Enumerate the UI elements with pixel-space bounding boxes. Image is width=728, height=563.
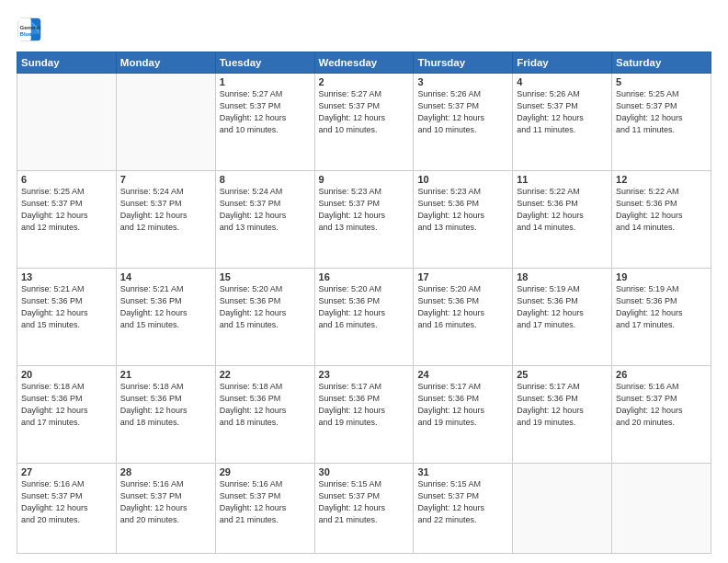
calendar-cell: 18Sunrise: 5:19 AMSunset: 5:36 PMDayligh…: [513, 268, 612, 365]
day-number: 5: [616, 76, 707, 87]
day-info: Sunrise: 5:24 AMSunset: 5:37 PMDaylight:…: [220, 186, 311, 234]
day-number: 1: [220, 76, 311, 87]
day-number: 6: [21, 174, 112, 185]
page: General Blue SundayMondayTuesdayWednesda…: [0, 0, 728, 563]
calendar-cell: [513, 463, 612, 553]
day-info: Sunrise: 5:16 AMSunset: 5:37 PMDaylight:…: [616, 381, 707, 429]
calendar-cell: 28Sunrise: 5:16 AMSunset: 5:37 PMDayligh…: [116, 463, 215, 553]
day-info: Sunrise: 5:23 AMSunset: 5:37 PMDaylight:…: [319, 186, 410, 234]
calendar-cell: 9Sunrise: 5:23 AMSunset: 5:37 PMDaylight…: [314, 170, 414, 268]
day-info: Sunrise: 5:24 AMSunset: 5:37 PMDaylight:…: [120, 186, 211, 234]
day-number: 29: [220, 466, 311, 477]
weekday-header-monday: Monday: [116, 52, 215, 74]
day-number: 25: [517, 369, 608, 380]
day-number: 11: [517, 174, 608, 185]
day-info: Sunrise: 5:15 AMSunset: 5:37 PMDaylight:…: [417, 478, 508, 526]
calendar-cell: 16Sunrise: 5:20 AMSunset: 5:36 PMDayligh…: [314, 268, 414, 365]
weekday-header-wednesday: Wednesday: [314, 52, 414, 74]
calendar-cell: 15Sunrise: 5:20 AMSunset: 5:36 PMDayligh…: [215, 268, 314, 365]
calendar-cell: 13Sunrise: 5:21 AMSunset: 5:36 PMDayligh…: [17, 268, 117, 365]
weekday-header-saturday: Saturday: [612, 52, 711, 74]
day-number: 4: [517, 76, 608, 87]
weekday-header-friday: Friday: [513, 52, 612, 74]
day-number: 20: [21, 369, 112, 380]
calendar-cell: 5Sunrise: 5:25 AMSunset: 5:37 PMDaylight…: [612, 74, 711, 171]
day-number: 17: [417, 271, 508, 282]
calendar-cell: 31Sunrise: 5:15 AMSunset: 5:37 PMDayligh…: [414, 463, 513, 553]
day-number: 26: [616, 369, 707, 380]
day-number: 19: [616, 271, 707, 282]
logo-icon: General Blue: [17, 17, 42, 42]
day-info: Sunrise: 5:22 AMSunset: 5:36 PMDaylight:…: [517, 186, 608, 234]
svg-text:General: General: [20, 24, 41, 30]
day-info: Sunrise: 5:17 AMSunset: 5:36 PMDaylight:…: [517, 381, 608, 429]
calendar-table: SundayMondayTuesdayWednesdayThursdayFrid…: [17, 52, 711, 554]
day-info: Sunrise: 5:15 AMSunset: 5:37 PMDaylight:…: [319, 478, 410, 526]
day-number: 16: [319, 271, 410, 282]
day-number: 27: [21, 466, 112, 477]
day-number: 8: [220, 174, 311, 185]
calendar-cell: 26Sunrise: 5:16 AMSunset: 5:37 PMDayligh…: [612, 365, 711, 463]
day-info: Sunrise: 5:16 AMSunset: 5:37 PMDaylight:…: [220, 478, 311, 526]
calendar-cell: 30Sunrise: 5:15 AMSunset: 5:37 PMDayligh…: [314, 463, 414, 553]
weekday-header-tuesday: Tuesday: [215, 52, 314, 74]
day-info: Sunrise: 5:20 AMSunset: 5:36 PMDaylight:…: [417, 283, 508, 331]
day-info: Sunrise: 5:21 AMSunset: 5:36 PMDaylight:…: [120, 283, 211, 331]
calendar-cell: 20Sunrise: 5:18 AMSunset: 5:36 PMDayligh…: [17, 365, 117, 463]
svg-text:Blue: Blue: [20, 30, 33, 37]
day-info: Sunrise: 5:26 AMSunset: 5:37 PMDaylight:…: [417, 88, 508, 136]
day-info: Sunrise: 5:20 AMSunset: 5:36 PMDaylight:…: [220, 283, 311, 331]
day-info: Sunrise: 5:27 AMSunset: 5:37 PMDaylight:…: [319, 88, 410, 136]
calendar-cell: [116, 74, 215, 171]
day-number: 14: [120, 271, 211, 282]
day-info: Sunrise: 5:18 AMSunset: 5:36 PMDaylight:…: [220, 381, 311, 429]
weekday-header-thursday: Thursday: [414, 52, 513, 74]
calendar-cell: 10Sunrise: 5:23 AMSunset: 5:36 PMDayligh…: [414, 170, 513, 268]
calendar-cell: 12Sunrise: 5:22 AMSunset: 5:36 PMDayligh…: [612, 170, 711, 268]
calendar-cell: 22Sunrise: 5:18 AMSunset: 5:36 PMDayligh…: [215, 365, 314, 463]
calendar-cell: [17, 74, 117, 171]
calendar-cell: 1Sunrise: 5:27 AMSunset: 5:37 PMDaylight…: [215, 74, 314, 171]
weekday-header-row: SundayMondayTuesdayWednesdayThursdayFrid…: [17, 52, 711, 74]
day-info: Sunrise: 5:25 AMSunset: 5:37 PMDaylight:…: [21, 186, 112, 234]
day-info: Sunrise: 5:18 AMSunset: 5:36 PMDaylight:…: [120, 381, 211, 429]
logo: General Blue: [17, 17, 46, 42]
day-info: Sunrise: 5:17 AMSunset: 5:36 PMDaylight:…: [319, 381, 410, 429]
day-number: 2: [319, 76, 410, 87]
day-info: Sunrise: 5:19 AMSunset: 5:36 PMDaylight:…: [616, 283, 707, 331]
calendar-cell: 27Sunrise: 5:16 AMSunset: 5:37 PMDayligh…: [17, 463, 117, 553]
calendar-cell: 24Sunrise: 5:17 AMSunset: 5:36 PMDayligh…: [414, 365, 513, 463]
calendar-cell: 7Sunrise: 5:24 AMSunset: 5:37 PMDaylight…: [116, 170, 215, 268]
calendar-cell: 29Sunrise: 5:16 AMSunset: 5:37 PMDayligh…: [215, 463, 314, 553]
header: General Blue: [17, 17, 711, 42]
day-number: 12: [616, 174, 707, 185]
day-info: Sunrise: 5:23 AMSunset: 5:36 PMDaylight:…: [417, 186, 508, 234]
day-info: Sunrise: 5:22 AMSunset: 5:36 PMDaylight:…: [616, 186, 707, 234]
day-info: Sunrise: 5:27 AMSunset: 5:37 PMDaylight:…: [220, 88, 311, 136]
day-number: 31: [417, 466, 508, 477]
calendar-week-row: 13Sunrise: 5:21 AMSunset: 5:36 PMDayligh…: [17, 268, 711, 365]
calendar-cell: 4Sunrise: 5:26 AMSunset: 5:37 PMDaylight…: [513, 74, 612, 171]
day-info: Sunrise: 5:16 AMSunset: 5:37 PMDaylight:…: [120, 478, 211, 526]
calendar-cell: 14Sunrise: 5:21 AMSunset: 5:36 PMDayligh…: [116, 268, 215, 365]
calendar-cell: 25Sunrise: 5:17 AMSunset: 5:36 PMDayligh…: [513, 365, 612, 463]
day-number: 23: [319, 369, 410, 380]
day-number: 7: [120, 174, 211, 185]
day-number: 24: [417, 369, 508, 380]
day-info: Sunrise: 5:20 AMSunset: 5:36 PMDaylight:…: [319, 283, 410, 331]
day-number: 3: [417, 76, 508, 87]
day-number: 28: [120, 466, 211, 477]
calendar-cell: 19Sunrise: 5:19 AMSunset: 5:36 PMDayligh…: [612, 268, 711, 365]
calendar-cell: 6Sunrise: 5:25 AMSunset: 5:37 PMDaylight…: [17, 170, 117, 268]
calendar-cell: 21Sunrise: 5:18 AMSunset: 5:36 PMDayligh…: [116, 365, 215, 463]
day-number: 9: [319, 174, 410, 185]
calendar-cell: 11Sunrise: 5:22 AMSunset: 5:36 PMDayligh…: [513, 170, 612, 268]
calendar-cell: 17Sunrise: 5:20 AMSunset: 5:36 PMDayligh…: [414, 268, 513, 365]
calendar-cell: 2Sunrise: 5:27 AMSunset: 5:37 PMDaylight…: [314, 74, 414, 171]
day-number: 15: [220, 271, 311, 282]
calendar-cell: 8Sunrise: 5:24 AMSunset: 5:37 PMDaylight…: [215, 170, 314, 268]
day-number: 22: [220, 369, 311, 380]
day-number: 10: [417, 174, 508, 185]
day-number: 13: [21, 271, 112, 282]
calendar-cell: 23Sunrise: 5:17 AMSunset: 5:36 PMDayligh…: [314, 365, 414, 463]
